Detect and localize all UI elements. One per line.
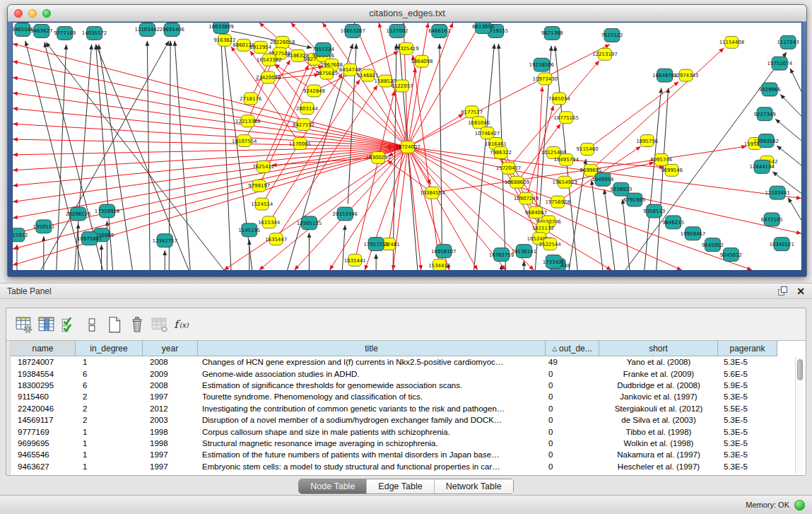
graph-node[interactable]: 1640954	[592, 173, 615, 186]
column-header-pagerank[interactable]: pagerank	[718, 341, 777, 356]
table-cell[interactable]: 5.3E-5	[718, 449, 777, 460]
graph-node[interactable]: 9671388	[541, 26, 563, 40]
table-cell[interactable]: Embryonic stem cells: a model to study s…	[198, 461, 546, 472]
table-cell[interactable]: 0	[546, 380, 599, 391]
graph-edge[interactable]	[777, 146, 801, 165]
delete-table-icon[interactable]	[149, 315, 170, 334]
graph-node[interactable]: 7485034	[548, 93, 571, 105]
table-cell[interactable]: 5.3E-5	[718, 391, 777, 402]
table-cell[interactable]: 2008	[143, 380, 198, 391]
table-cell[interactable]: 2	[76, 391, 143, 402]
graph-node[interactable]: 7615522	[601, 28, 623, 42]
table-cell[interactable]: 0	[546, 449, 599, 460]
graph-edge[interactable]	[13, 93, 408, 147]
column-header-name[interactable]: name	[11, 341, 76, 356]
table-cell[interactable]: 0	[546, 438, 599, 449]
table-cell[interactable]: 1998	[143, 426, 198, 437]
table-cell[interactable]: 5.3E-5	[718, 414, 777, 426]
table-cell[interactable]: 9777169	[11, 426, 76, 437]
table-cell[interactable]: 1	[76, 438, 143, 449]
graph-edge[interactable]	[46, 42, 224, 270]
graph-node[interactable]: 12213369	[235, 115, 260, 127]
table-row[interactable]: 946554611997Estimation of the future num…	[11, 449, 806, 460]
column-header-out-de-[interactable]: △out_de...	[546, 341, 599, 356]
graph-node[interactable]: 12103442	[135, 23, 160, 36]
graph-edge[interactable]	[175, 41, 190, 270]
graph-node[interactable]: 14035572	[82, 26, 107, 40]
graph-node[interactable]: 12103441	[765, 186, 789, 199]
graph-node[interactable]: 1527002	[387, 24, 408, 37]
table-cell[interactable]: 5.3E-5	[718, 356, 777, 368]
graph-edge[interactable]	[13, 147, 408, 186]
table-row[interactable]: 969969511998Structural magnetic resonanc…	[11, 438, 806, 449]
table-cell[interactable]: 1	[76, 426, 143, 437]
table-cell[interactable]: Estimation of the future numbers of pati…	[198, 449, 546, 460]
graph-edge[interactable]	[224, 147, 408, 270]
graph-node[interactable]: 17359928	[95, 204, 119, 218]
table-cell[interactable]: 1	[76, 356, 143, 368]
table-cell[interactable]: 5.5E-5	[718, 403, 777, 414]
graph-node[interactable]: 16958107	[431, 245, 456, 258]
table-cell[interactable]: 1997	[143, 461, 198, 472]
graph-node[interactable]: 20691406	[159, 23, 184, 36]
graph-node[interactable]: 9777169	[54, 26, 76, 40]
graph-node[interactable]: 1145195	[238, 223, 260, 237]
graph-edge[interactable]	[276, 85, 377, 239]
table-cell[interactable]: 0	[546, 391, 599, 402]
column-header-title[interactable]: title	[198, 341, 546, 356]
graph-node[interactable]: 28226058	[270, 36, 295, 48]
scrollbar-thumb[interactable]	[797, 359, 803, 380]
create-column-icon[interactable]	[104, 315, 125, 334]
table-row[interactable]: 1872400712008Changes of HCN gene express…	[11, 356, 806, 368]
table-cell[interactable]: Tourette syndrome. Phenomenology and cla…	[198, 391, 546, 402]
graph-node[interactable]: 12213197	[592, 48, 617, 60]
graph-node[interactable]: 9115460	[577, 144, 599, 156]
graph-node[interactable]: 11154408	[719, 36, 744, 48]
graph-node[interactable]: 9245012	[720, 248, 742, 262]
graph-node[interactable]: 1895756	[636, 135, 658, 147]
graph-edge[interactable]	[413, 55, 440, 265]
table-cell[interactable]: 18300295	[11, 380, 76, 391]
table-row[interactable]: 946362711997Embryonic stem cells: a mode…	[11, 461, 806, 472]
graph-edge[interactable]	[788, 198, 801, 221]
table-row[interactable]: 1456911722003Disruption of a novel membe…	[11, 414, 806, 426]
table-cell[interactable]: Wolkin et al. (1998)	[599, 438, 718, 449]
table-cell[interactable]: Genome-wide association studies in ADHD.	[198, 368, 546, 379]
graph-node[interactable]: 9245052	[702, 238, 724, 252]
graph-edge[interactable]	[790, 69, 801, 92]
graph-node[interactable]: 15720407	[496, 162, 521, 174]
table-cell[interactable]: 0	[546, 426, 599, 437]
graph-node[interactable]: 1117243	[777, 35, 799, 49]
table-cell[interactable]: Hescheler et al. (1997)	[599, 461, 718, 472]
table-cell[interactable]: Franke et al. (2009)	[599, 368, 718, 379]
graph-node[interactable]: 9846215	[662, 216, 684, 229]
table-cell[interactable]: 1998	[143, 438, 198, 449]
graph-node[interactable]: 1350511	[33, 220, 54, 233]
table-cell[interactable]: Yano et al. (2008)	[599, 356, 718, 368]
table-row[interactable]: 977716911998Corpus callosum shape and si…	[11, 426, 806, 437]
table-cell[interactable]: 18724007	[11, 356, 76, 368]
graph-edge[interactable]	[408, 23, 453, 147]
graph-node[interactable]: 15751074	[767, 57, 792, 70]
graph-node[interactable]: 9699546	[661, 164, 683, 176]
graph-edge[interactable]	[623, 199, 630, 270]
table-cell[interactable]: Stergiakouli et al. (2012)	[599, 403, 718, 414]
window-titlebar[interactable]: citations_edges.txt	[8, 5, 806, 22]
graph-node[interactable]: 9358513	[643, 204, 665, 218]
table-vertical-scrollbar[interactable]	[795, 357, 804, 474]
graph-node[interactable]: 10653287	[341, 24, 365, 37]
graph-edge[interactable]	[780, 94, 801, 116]
graph-node[interactable]: 1733426	[543, 255, 565, 269]
float-panel-icon[interactable]	[777, 286, 788, 296]
graph-node[interactable]: 1170065	[289, 138, 311, 150]
table-cell[interactable]: 0	[546, 368, 599, 379]
table-cell[interactable]: 1997	[143, 449, 198, 460]
column-header-in-degree[interactable]: in_degree	[76, 341, 143, 356]
table-row[interactable]: 1938455462009Genome-wide association stu…	[11, 368, 806, 379]
graph-node[interactable]: 20153346	[333, 207, 358, 221]
table-cell[interactable]: Disruption of a novel member of a sodium…	[198, 414, 546, 426]
delete-columns-icon[interactable]	[126, 315, 148, 334]
table-cell[interactable]: Changes of HCN gene expression and I(f) …	[198, 356, 546, 368]
network-canvas[interactable]: 1872400718300295193845549163822886012889…	[13, 23, 801, 270]
table-cell[interactable]: 6	[76, 368, 143, 379]
